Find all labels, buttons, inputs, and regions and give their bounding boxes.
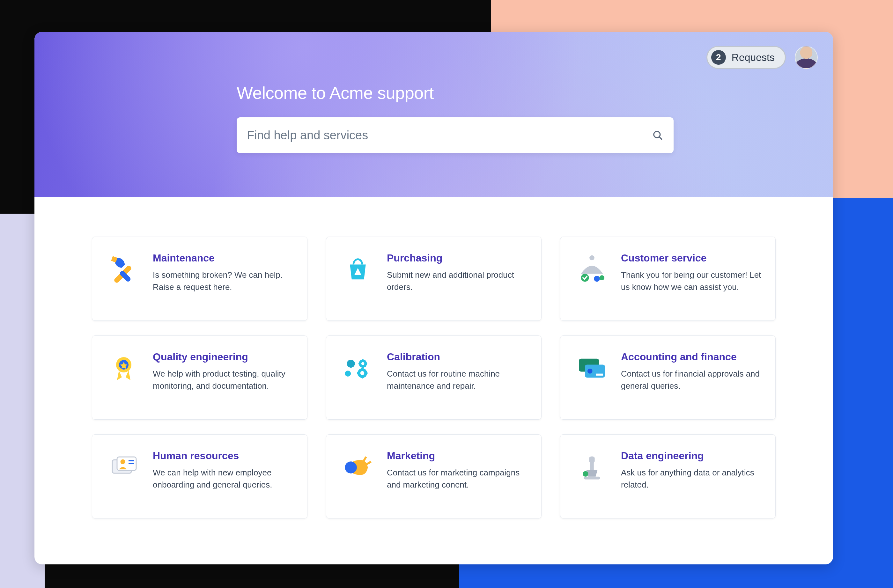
service-card-title: Customer service (621, 252, 761, 264)
customer-service-icon (574, 252, 609, 287)
svg-point-24 (345, 462, 357, 474)
service-card-description: Contact us for routine machine maintenan… (387, 368, 527, 392)
svg-point-21 (120, 460, 125, 464)
service-card-title: Purchasing (387, 252, 527, 264)
service-card-title: Calibration (387, 351, 527, 363)
service-card-description: We can help with new employee onboarding… (153, 467, 293, 491)
service-card-quality-engineering[interactable]: Quality engineeringWe help with product … (92, 335, 307, 420)
search-input[interactable] (247, 128, 651, 142)
svg-rect-22 (129, 460, 134, 462)
service-card-title: Human resources (153, 450, 293, 462)
svg-rect-27 (589, 457, 594, 463)
hero-header: 2 Requests Welcome to Acme support (35, 32, 833, 197)
service-card-marketing[interactable]: MarketingContact us for marketing campai… (326, 434, 541, 519)
service-card-description: Ask us for anything data or analytics re… (621, 467, 761, 491)
service-card-description: Contact us for financial approvals and g… (621, 368, 761, 392)
service-card-maintenance[interactable]: MaintenanceIs something broken? We can h… (92, 237, 307, 321)
svg-point-8 (599, 275, 604, 280)
service-card-accounting-and-finance[interactable]: Accounting and financeContact us for fin… (560, 335, 776, 420)
svg-point-17 (588, 368, 592, 374)
svg-point-30 (583, 471, 588, 477)
marketing-icon (340, 450, 375, 485)
service-card-purchasing[interactable]: PurchasingSubmit new and additional prod… (326, 237, 541, 321)
quality-engineering-icon (106, 351, 141, 386)
svg-point-12 (345, 370, 351, 377)
service-card-description: We help with product testing, quality mo… (153, 368, 293, 392)
accounting-finance-icon (574, 351, 609, 386)
requests-count-badge: 2 (711, 50, 726, 65)
page-title: Welcome to Acme support (237, 83, 674, 103)
requests-button[interactable]: 2 Requests (707, 46, 786, 69)
svg-rect-28 (590, 462, 594, 470)
svg-rect-26 (366, 461, 371, 465)
service-card-description: Contact us for marketing campaigns and m… (387, 467, 527, 491)
svg-point-11 (347, 360, 355, 368)
service-card-title: Maintenance (153, 252, 293, 264)
service-card-title: Data engineering (621, 450, 761, 462)
svg-point-14 (360, 371, 365, 375)
service-card-title: Quality engineering (153, 351, 293, 363)
svg-rect-29 (584, 477, 600, 480)
svg-point-7 (594, 276, 600, 282)
service-card-description: Is something broken? We can help. Raise … (153, 269, 293, 293)
data-engineering-icon (574, 450, 609, 485)
avatar[interactable] (795, 46, 818, 69)
purchasing-icon (340, 252, 375, 287)
service-card-calibration[interactable]: CalibrationContact us for routine machin… (326, 335, 541, 420)
svg-line-1 (659, 137, 661, 139)
svg-rect-18 (596, 374, 603, 376)
maintenance-icon (106, 252, 141, 287)
search-box[interactable] (237, 117, 674, 153)
service-grid: MaintenanceIs something broken? We can h… (35, 197, 833, 519)
service-card-human-resources[interactable]: Human resourcesWe can help with new empl… (92, 434, 307, 519)
decorative-bg-black-bottom (45, 564, 459, 588)
svg-rect-23 (129, 463, 134, 464)
human-resources-icon (106, 450, 141, 485)
svg-point-13 (361, 362, 364, 365)
service-card-description: Submit new and additional product orders… (387, 269, 527, 293)
svg-rect-25 (362, 456, 367, 462)
svg-point-5 (589, 256, 594, 260)
search-icon (651, 128, 664, 142)
service-card-title: Marketing (387, 450, 527, 462)
service-card-description: Thank you for being our customer! Let us… (621, 269, 761, 293)
service-card-data-engineering[interactable]: Data engineeringAsk us for anything data… (560, 434, 776, 519)
service-card-customer-service[interactable]: Customer serviceThank you for being our … (560, 237, 776, 321)
requests-label: Requests (732, 52, 775, 63)
support-portal-app: 2 Requests Welcome to Acme support (35, 32, 833, 564)
service-card-title: Accounting and finance (621, 351, 761, 363)
calibration-icon (340, 351, 375, 386)
